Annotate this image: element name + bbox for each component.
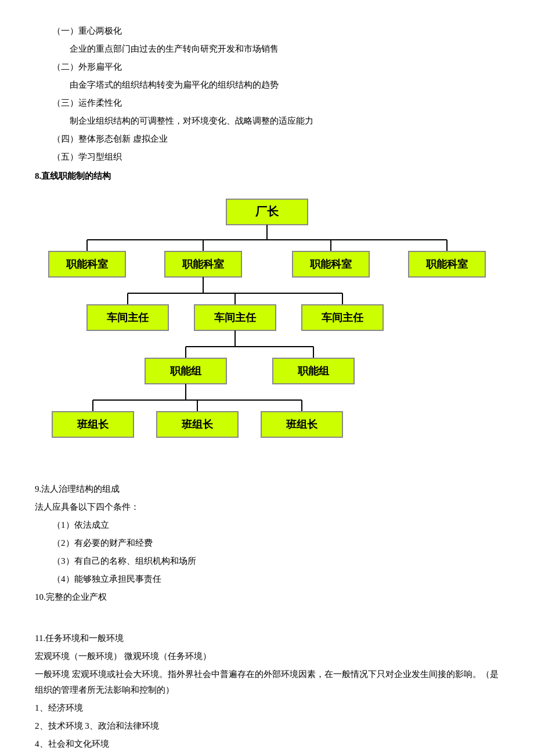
svg-text:职能科室: 职能科室 bbox=[182, 258, 224, 270]
section3-title: 9.法人治理结构的组成 bbox=[35, 481, 499, 497]
item-7: （四）整体形态创新 虚拟企业 bbox=[35, 131, 499, 147]
svg-text:职能科室: 职能科室 bbox=[425, 258, 468, 270]
section1: （一）重心两极化 企业的重点部门由过去的生产转向研究开发和市场销售 （二）外形扁… bbox=[35, 23, 499, 165]
svg-text:职能组: 职能组 bbox=[297, 365, 330, 377]
item-1: （一）重心两极化 bbox=[35, 23, 499, 39]
svg-text:车间主任: 车间主任 bbox=[322, 311, 364, 323]
section5-item2: 2、技术环境 3、政治和法律环境 bbox=[35, 718, 499, 734]
item-6: 制企业组织结构的可调整性，对环境变化、战略调整的适应能力 bbox=[35, 113, 499, 129]
section4: 10.完整的企业产权 bbox=[35, 589, 499, 605]
svg-text:车间主任: 车间主任 bbox=[214, 311, 257, 323]
item-3: （二）外形扁平化 bbox=[35, 59, 499, 75]
item-5: （三）运作柔性化 bbox=[35, 95, 499, 111]
svg-text:班组长: 班组长 bbox=[77, 419, 109, 430]
section5-line2: 宏观环境（一般环境） 微观环境（任务环境） bbox=[35, 649, 499, 664]
svg-text:班组长: 班组长 bbox=[181, 419, 214, 430]
section2-title: 8.直线职能制的结构 bbox=[35, 168, 499, 184]
section5-line3: 一般环境 宏观环境或社会大环境。指外界社会中普遍存在的外部环境因素，在一般情况下… bbox=[35, 667, 499, 698]
spacer2 bbox=[35, 619, 499, 631]
section3: 9.法人治理结构的组成 法人应具备以下四个条件： （1）依法成立 （2）有必要的… bbox=[35, 481, 499, 587]
svg-text:职能科室: 职能科室 bbox=[309, 258, 352, 270]
section5-title: 11.任务环境和一般环境 bbox=[35, 631, 499, 646]
spacer1 bbox=[35, 607, 499, 619]
section5: 11.任务环境和一般环境 宏观环境（一般环境） 微观环境（任务环境） 一般环境 … bbox=[35, 631, 499, 752]
section3-subtitle: 法人应具备以下四个条件： bbox=[35, 499, 499, 515]
svg-text:职能科室: 职能科室 bbox=[66, 258, 108, 270]
item-2: 企业的重点部门由过去的生产转向研究开发和市场销售 bbox=[35, 41, 499, 57]
svg-text:车间主任: 车间主任 bbox=[107, 311, 149, 323]
svg-text:职能组: 职能组 bbox=[169, 365, 202, 377]
org-chart: 厂长 职能科室 职能科室 职能科室 职能科室 车间主任 车间主任 bbox=[35, 193, 499, 472]
svg-text:厂长: 厂长 bbox=[255, 205, 279, 218]
section3-item4: （4）能够独立承担民事责任 bbox=[35, 571, 499, 587]
section3-item1: （1）依法成立 bbox=[35, 517, 499, 533]
section3-item2: （2）有必要的财产和经费 bbox=[35, 535, 499, 551]
section3-item3: （3）有自己的名称、组织机构和场所 bbox=[35, 553, 499, 569]
section5-item3: 4、社会和文化环境 bbox=[35, 736, 499, 752]
section4-title: 10.完整的企业产权 bbox=[35, 589, 499, 605]
item-4: 由金字塔式的组织结构转变为扁平化的组织结构的趋势 bbox=[35, 77, 499, 93]
section5-item1: 1、经济环境 bbox=[35, 700, 499, 716]
item-8: （五）学习型组织 bbox=[35, 149, 499, 165]
svg-text:班组长: 班组长 bbox=[286, 419, 318, 430]
